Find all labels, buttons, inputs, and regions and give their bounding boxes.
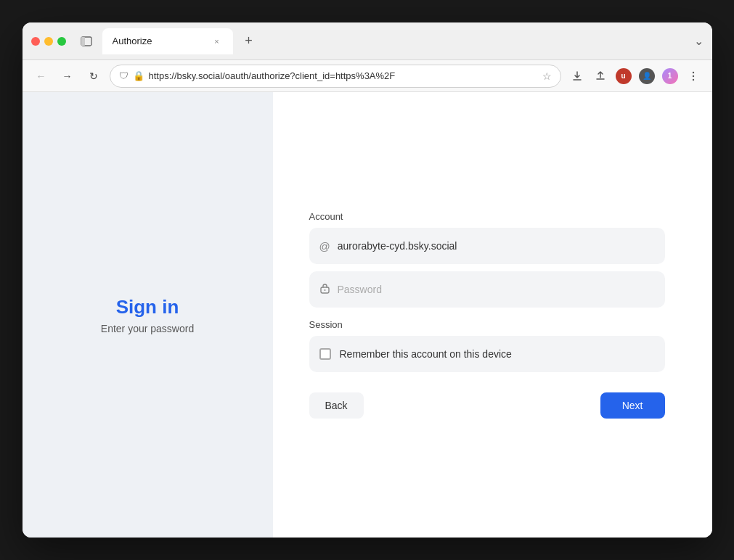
sign-in-title: Sign in (116, 296, 179, 318)
menu-button[interactable] (683, 66, 704, 86)
password-field[interactable] (309, 271, 665, 308)
tab-close-button[interactable]: × (211, 36, 223, 47)
forward-button[interactable]: → (57, 66, 78, 86)
bookmark-icon[interactable]: ☆ (542, 70, 552, 82)
maximize-traffic-light[interactable] (57, 37, 66, 46)
account-label: Account (309, 211, 665, 222)
privacy-icon: 🛡 (119, 70, 129, 81)
svg-point-4 (692, 78, 693, 80)
toolbar-icons: u 👤 1 (567, 66, 704, 86)
tab-sidebar-icon[interactable] (76, 31, 97, 52)
password-lock-icon (319, 283, 330, 296)
title-bar-right: ⌄ (694, 34, 704, 48)
active-tab[interactable]: Authorize × (102, 28, 233, 54)
address-bar[interactable]: 🛡 🔒 https://bsky.social/oauth/authorize?… (110, 65, 561, 88)
browser-window: Authorize × + ⌄ ← → ↻ 🛡 🔒 https://bsky.s… (23, 22, 712, 538)
left-panel: Sign in Enter your password (23, 92, 273, 538)
svg-point-6 (324, 289, 325, 291)
title-bar: Authorize × + ⌄ (23, 22, 712, 60)
chevron-down-icon[interactable]: ⌄ (694, 34, 704, 48)
new-tab-button[interactable]: + (239, 31, 259, 52)
back-button[interactable]: Back (309, 392, 364, 419)
password-input[interactable] (338, 284, 655, 295)
at-icon: @ (319, 240, 330, 252)
sign-in-subtitle: Enter your password (101, 323, 194, 334)
lock-icon: 🔒 (133, 70, 144, 81)
back-button[interactable]: ← (31, 66, 52, 86)
traffic-lights (31, 37, 66, 46)
remember-field[interactable]: Remember this account on this device (309, 336, 665, 372)
remember-label: Remember this account on this device (340, 348, 512, 360)
form-section: Account @ aurorabyte-cyd.bsky.social (309, 211, 665, 419)
content-area: Sign in Enter your password Account @ au… (23, 92, 712, 538)
svg-point-3 (692, 75, 693, 76)
button-row: Back Next (309, 392, 665, 419)
nav-bar: ← → ↻ 🛡 🔒 https://bsky.social/oauth/auth… (23, 60, 712, 92)
session-label: Session (309, 319, 665, 330)
url-text: https://bsky.social/oauth/authorize?clie… (149, 70, 538, 81)
extension-icon[interactable]: 👤 (637, 66, 657, 86)
share-icon[interactable] (590, 66, 611, 86)
right-panel: Account @ aurorabyte-cyd.bsky.social (273, 92, 712, 538)
close-traffic-light[interactable] (31, 37, 40, 46)
remember-checkbox[interactable] (319, 348, 331, 360)
refresh-button[interactable]: ↻ (83, 66, 104, 86)
profile-icon[interactable]: 1 (660, 66, 680, 86)
account-field: @ aurorabyte-cyd.bsky.social (309, 228, 665, 264)
minimize-traffic-light[interactable] (44, 37, 53, 46)
svg-rect-1 (81, 37, 85, 46)
download-icon[interactable] (567, 66, 587, 86)
tab-title: Authorize (113, 36, 205, 46)
next-button[interactable]: Next (600, 392, 665, 419)
ublock-icon[interactable]: u (613, 66, 634, 86)
account-value: aurorabyte-cyd.bsky.social (338, 240, 457, 252)
svg-point-2 (692, 71, 693, 73)
